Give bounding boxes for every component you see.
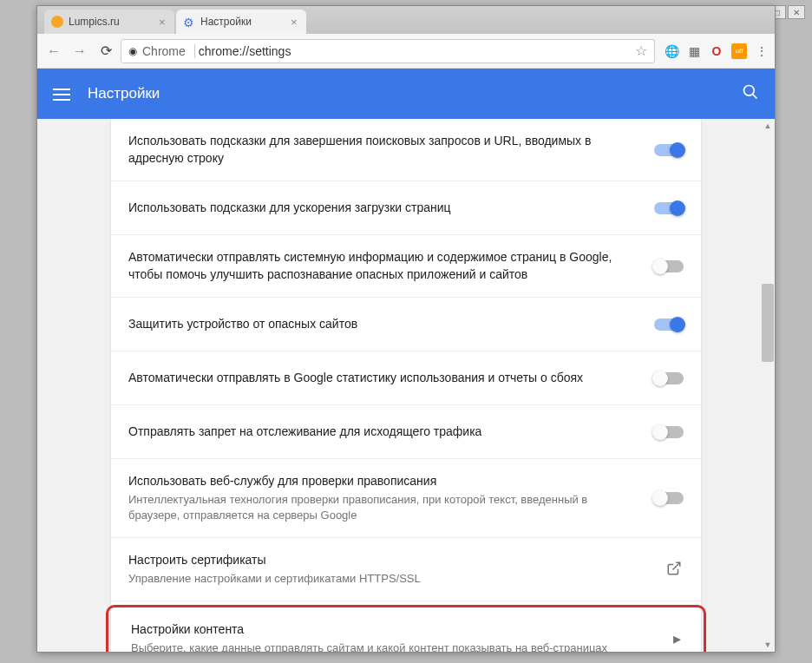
setting-title: Автоматически отправлять системную инфор… [128, 249, 640, 283]
setting-text: Настройки контентаВыберите, какие данные… [131, 621, 673, 652]
titlebar-close-button[interactable]: ✕ [788, 5, 805, 19]
highlight-annotation: Настройки контентаВыберите, какие данные… [106, 605, 706, 652]
tab-label: Lumpics.ru [69, 16, 159, 28]
content-area: Настройки Использовать подсказки для зав… [37, 69, 775, 652]
svg-line-1 [753, 94, 757, 98]
scrollbar-down-button[interactable]: ▼ [761, 638, 775, 652]
setting-text: Использовать веб-службу для проверки пра… [128, 473, 654, 523]
page-title: Настройки [88, 85, 742, 102]
setting-safe-browsing: Защитить устройство от опасных сайтов [111, 298, 701, 351]
toggle-switch[interactable] [654, 372, 684, 384]
svg-line-2 [673, 562, 680, 569]
address-bar[interactable]: ◉ Chrome chrome://settings ☆ [121, 39, 655, 63]
omnibox-origin-label: Chrome [142, 44, 186, 58]
tab-0[interactable]: Lumpics.ru× [44, 10, 174, 34]
setting-subtitle: Интеллектуальная технология проверки пра… [128, 492, 640, 523]
toggle-switch[interactable] [654, 144, 684, 156]
omnibox-divider [194, 44, 195, 58]
scrollbar-up-button[interactable]: ▲ [761, 119, 775, 133]
settings-panel: Использовать подсказки для завершения по… [111, 119, 701, 652]
setting-text: Автоматически отправлять в Google статис… [128, 370, 654, 387]
tab-close-icon[interactable]: × [159, 16, 167, 29]
settings-header: Настройки [37, 69, 775, 119]
setting-content[interactable]: Настройки контентаВыберите, какие данные… [114, 607, 698, 652]
tab-close-icon[interactable]: × [291, 16, 299, 29]
chrome-favicon-icon: ◉ [128, 45, 137, 57]
settings-favicon-icon: ⚙ [183, 16, 195, 28]
setting-title: Использовать веб-службу для проверки пра… [128, 473, 640, 490]
setting-suggestions: Использовать подсказки для завершения по… [111, 119, 701, 181]
setting-send-system-info: Автоматически отправлять системную инфор… [111, 235, 701, 298]
toolbar: ← → ⟳ ◉ Chrome chrome://settings ☆ 🌐 ▦ O… [37, 34, 775, 69]
setting-subtitle: Управление настройками и сертификатами H… [128, 571, 652, 587]
setting-title: Отправлять запрет на отслеживание для ис… [128, 423, 640, 441]
setting-text: Использовать подсказки для ускорения заг… [128, 200, 654, 217]
bookmark-star-icon[interactable]: ☆ [635, 43, 647, 59]
chevron-right-icon: ▸ [673, 629, 681, 648]
opera-extension-icon[interactable]: O [709, 43, 724, 59]
setting-text: Защитить устройство от опасных сайтов [128, 316, 654, 333]
setting-title: Использовать подсказки для ускорения заг… [128, 200, 640, 217]
lumpics-favicon-icon [51, 16, 63, 28]
setting-certificates[interactable]: Настроить сертификатыУправление настройк… [111, 538, 701, 601]
tab-strip: Lumpics.ru×⚙Настройки× [37, 6, 775, 34]
menu-button[interactable]: ⋮ [754, 43, 769, 59]
reload-button[interactable]: ⟳ [95, 40, 117, 62]
tab-1[interactable]: ⚙Настройки× [176, 10, 306, 34]
hamburger-menu-icon[interactable] [53, 85, 70, 102]
setting-text: Автоматически отправлять системную инфор… [128, 249, 654, 283]
box-extension-icon[interactable]: ▦ [686, 43, 702, 59]
setting-text: Использовать подсказки для завершения по… [128, 133, 654, 167]
setting-spellcheck: Использовать веб-службу для проверки пра… [111, 459, 701, 538]
setting-title: Защитить устройство от опасных сайтов [128, 316, 640, 333]
globe-extension-icon[interactable]: 🌐 [664, 43, 679, 59]
forward-button: → [69, 40, 91, 62]
setting-usage-stats: Автоматически отправлять в Google статис… [111, 351, 701, 405]
setting-do-not-track: Отправлять запрет на отслеживание для ис… [111, 405, 701, 459]
setting-preload: Использовать подсказки для ускорения заг… [111, 181, 701, 235]
setting-title: Настройки контента [131, 621, 659, 639]
toggle-switch[interactable] [654, 260, 684, 272]
toggle-switch[interactable] [654, 202, 684, 214]
external-link-icon [666, 561, 684, 578]
setting-subtitle: Выберите, какие данные отправлять сайтам… [131, 640, 659, 652]
toggle-switch[interactable] [654, 318, 684, 331]
setting-title: Автоматически отправлять в Google статис… [128, 370, 640, 387]
search-icon[interactable] [742, 83, 759, 105]
setting-text: Настроить сертификатыУправление настройк… [128, 552, 666, 587]
setting-title: Использовать подсказки для завершения по… [128, 133, 640, 167]
omnibox-url: chrome://settings [199, 44, 635, 58]
extension-icons: 🌐 ▦ O off ⋮ [664, 43, 769, 59]
scrollbar-thumb[interactable] [762, 284, 774, 362]
svg-point-0 [744, 85, 755, 95]
tab-label: Настройки [200, 16, 291, 28]
back-button[interactable]: ← [43, 40, 65, 62]
toggle-switch[interactable] [654, 426, 684, 438]
browser-window: Lumpics.ru×⚙Настройки× ← → ⟳ ◉ Chrome ch… [36, 5, 776, 653]
toggle-switch[interactable] [654, 492, 684, 504]
off-extension-icon[interactable]: off [731, 43, 747, 59]
setting-text: Отправлять запрет на отслеживание для ис… [128, 423, 654, 441]
settings-body[interactable]: Использовать подсказки для завершения по… [37, 119, 775, 652]
setting-title: Настроить сертификаты [128, 552, 652, 569]
